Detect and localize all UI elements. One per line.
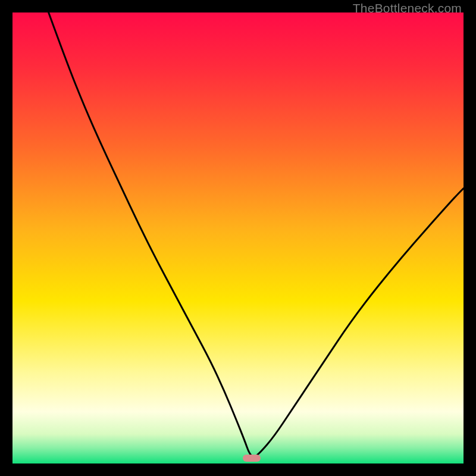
optimal-point-marker: [243, 455, 261, 462]
plot-area: [12, 12, 464, 464]
chart-frame: TheBottleneck.com: [0, 0, 476, 476]
watermark-text: TheBottleneck.com: [353, 1, 462, 15]
bottleneck-curve: [12, 12, 464, 464]
